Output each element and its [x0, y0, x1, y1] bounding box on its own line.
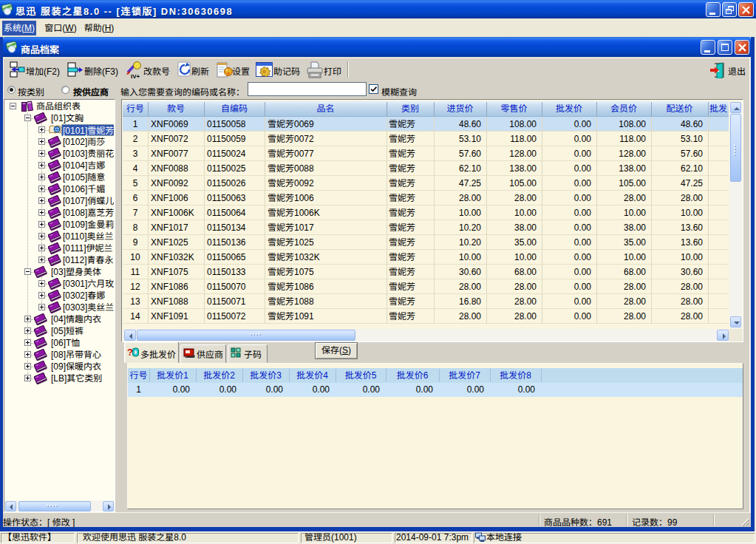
- svg-text:?: ?: [127, 347, 133, 357]
- svg-text:IV+: IV+: [131, 73, 140, 79]
